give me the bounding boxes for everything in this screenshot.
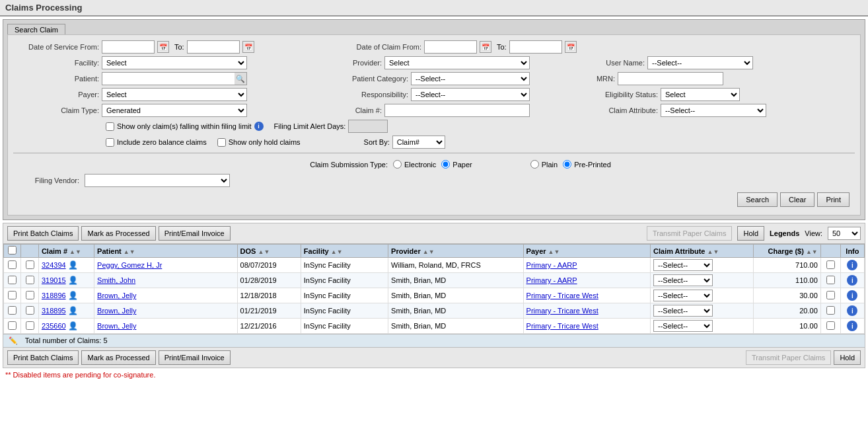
include-zero-balance-checkbox[interactable] <box>106 138 114 147</box>
username-select[interactable]: --Select-- <box>647 56 753 69</box>
row-payer-1[interactable]: Primary - AARP <box>523 273 650 288</box>
info-icon-2[interactable]: i <box>847 290 857 301</box>
row-checkbox-1[interactable] <box>4 273 21 288</box>
row-payer-2[interactable]: Primary - Tricare West <box>523 288 650 303</box>
header-claim-attribute[interactable]: Claim Attribute ▲▼ <box>651 245 754 258</box>
claim-attribute-select[interactable]: --Select-- <box>661 104 766 117</box>
row-patient-0[interactable]: Peggy, Gomez H, Jr <box>94 258 238 273</box>
row-claim-num-0[interactable]: 324394 👤 <box>38 258 94 273</box>
eligibility-status-select[interactable]: Select <box>661 88 740 101</box>
mrn-input[interactable] <box>618 72 723 85</box>
info-icon-1[interactable]: i <box>847 275 857 286</box>
view-select[interactable]: 50 <box>828 227 861 240</box>
show-filing-limit-checkbox[interactable] <box>106 122 114 131</box>
row-attr-select-4[interactable]: --Select-- <box>653 320 713 332</box>
print-email-invoice-button-bottom[interactable]: Print/Email Invoice <box>159 350 231 365</box>
info-icon-4[interactable]: i <box>847 321 857 331</box>
header-checkbox-all[interactable] <box>4 245 21 258</box>
date-claim-from-calendar[interactable]: 📅 <box>480 41 491 53</box>
row-checkbox-4[interactable] <box>4 319 21 334</box>
row-patient-3[interactable]: Brown, Jelly <box>94 303 238 319</box>
header-dos[interactable]: DOS ▲▼ <box>237 245 301 258</box>
provider-select[interactable]: Select <box>384 56 530 69</box>
row-payer-4[interactable]: Primary - Tricare West <box>523 319 650 334</box>
sort-by-select[interactable]: Claim# <box>392 136 445 149</box>
row-info-3[interactable]: i <box>840 303 864 319</box>
header-charge[interactable]: Charge ($) ▲▼ <box>754 245 820 258</box>
row-checkbox2-1[interactable] <box>21 273 38 288</box>
row-check-4[interactable] <box>820 319 840 334</box>
row-attr-select-2[interactable]: --Select-- <box>653 290 713 301</box>
date-service-to-calendar[interactable]: 📅 <box>242 41 254 53</box>
filing-limit-alert-input[interactable] <box>348 120 388 133</box>
row-payer-0[interactable]: Primary - AARP <box>523 258 650 273</box>
row-check-2[interactable] <box>820 288 840 303</box>
row-claim-attr-2[interactable]: --Select-- <box>651 288 754 303</box>
row-attr-select-3[interactable]: --Select-- <box>653 305 713 317</box>
mark-as-processed-button-bottom[interactable]: Mark as Processed <box>81 350 155 365</box>
payer-select[interactable]: Select <box>102 88 247 101</box>
row-payer-3[interactable]: Primary - Tricare West <box>523 303 650 319</box>
patient-input[interactable] <box>102 72 247 85</box>
row-checkbox-2[interactable] <box>4 288 21 303</box>
row-claim-attr-4[interactable]: --Select-- <box>651 319 754 334</box>
date-service-from-calendar[interactable]: 📅 <box>157 41 169 53</box>
print-button[interactable]: Print <box>817 192 850 207</box>
row-claim-num-3[interactable]: 318895 👤 <box>38 303 94 319</box>
date-service-from-input[interactable] <box>102 40 155 54</box>
select-all-checkbox[interactable] <box>8 246 17 255</box>
filing-vendor-select[interactable] <box>85 174 230 187</box>
row-checkbox2-4[interactable] <box>21 319 38 334</box>
show-only-hold-checkbox[interactable] <box>217 138 226 147</box>
patient-search-button[interactable]: 🔍 <box>235 73 246 85</box>
facility-select[interactable]: Select <box>102 56 247 69</box>
info-icon-0[interactable]: i <box>847 260 857 270</box>
row-info-1[interactable]: i <box>840 273 864 288</box>
row-checkbox-3[interactable] <box>4 303 21 319</box>
date-claim-to-calendar[interactable]: 📅 <box>565 41 577 53</box>
hold-button-bottom[interactable]: Hold <box>834 350 861 365</box>
row-checkbox2-0[interactable] <box>21 258 38 273</box>
mark-as-processed-button-top[interactable]: Mark as Processed <box>81 226 155 241</box>
date-claim-to-input[interactable] <box>509 40 562 54</box>
search-tab[interactable]: Search Claim <box>7 24 65 35</box>
row-patient-1[interactable]: Smith, John <box>94 273 238 288</box>
clear-button[interactable]: Clear <box>780 192 814 207</box>
row-checkbox2-2[interactable] <box>21 288 38 303</box>
header-patient[interactable]: Patient ▲▼ <box>94 245 238 258</box>
print-batch-claims-button-top[interactable]: Print Batch Claims <box>7 226 79 241</box>
hold-button-top[interactable]: Hold <box>737 226 764 241</box>
print-batch-claims-button-bottom[interactable]: Print Batch Claims <box>7 350 79 365</box>
row-checkbox-0[interactable] <box>4 258 21 273</box>
date-claim-from-input[interactable] <box>424 40 477 54</box>
paper-radio[interactable] <box>441 160 450 169</box>
row-check-1[interactable] <box>820 273 840 288</box>
row-checkbox2-3[interactable] <box>21 303 38 319</box>
row-patient-4[interactable]: Brown, Jelly <box>94 319 238 334</box>
row-attr-select-1[interactable]: --Select-- <box>653 274 713 286</box>
row-claim-attr-0[interactable]: --Select-- <box>651 258 754 273</box>
search-button[interactable]: Search <box>737 192 778 207</box>
info-icon-3[interactable]: i <box>847 305 857 316</box>
patient-category-select[interactable]: --Select-- <box>411 72 530 85</box>
row-patient-2[interactable]: Brown, Jelly <box>94 288 238 303</box>
row-info-0[interactable]: i <box>840 258 864 273</box>
claim-type-select[interactable]: Generated <box>102 104 247 117</box>
print-email-invoice-button-top[interactable]: Print/Email Invoice <box>159 226 231 241</box>
pre-printed-radio[interactable] <box>563 160 571 169</box>
row-claim-attr-3[interactable]: --Select-- <box>651 303 754 319</box>
plain-radio[interactable] <box>530 160 539 169</box>
electronic-radio[interactable] <box>393 160 402 169</box>
row-info-2[interactable]: i <box>840 288 864 303</box>
header-facility[interactable]: Facility ▲▼ <box>301 245 388 258</box>
date-service-to-input[interactable] <box>187 40 240 54</box>
responsibility-select[interactable]: --Select-- <box>411 88 530 101</box>
claim-hash-input[interactable] <box>384 104 530 117</box>
row-claim-num-4[interactable]: 235660 👤 <box>38 319 94 334</box>
header-payer[interactable]: Payer ▲▼ <box>523 245 650 258</box>
row-info-4[interactable]: i <box>840 319 864 334</box>
header-claim-num[interactable]: Claim # ▲▼ <box>38 245 94 258</box>
row-check-3[interactable] <box>820 303 840 319</box>
header-provider[interactable]: Provider ▲▼ <box>388 245 523 258</box>
row-attr-select-0[interactable]: --Select-- <box>653 259 713 271</box>
